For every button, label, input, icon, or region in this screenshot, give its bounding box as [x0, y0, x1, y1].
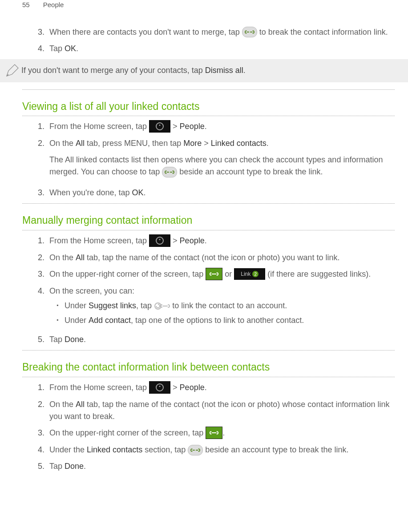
section-heading: Breaking the contact information link be…	[22, 359, 395, 375]
step-text: On the All tab, press MENU, then tap Mor…	[49, 137, 395, 182]
step-text: Tap Done.	[49, 334, 395, 346]
step-text: When you're done, tap OK.	[49, 187, 395, 199]
step-number: 3.	[38, 26, 49, 38]
bullet: ▪	[57, 300, 65, 312]
note-text: If you don't want to merge any of your c…	[21, 64, 395, 77]
divider	[22, 116, 395, 116]
step-number: 2.	[38, 252, 49, 264]
step-number: 5.	[38, 334, 49, 346]
step-text: On the All tab, tap the name of the cont…	[49, 252, 395, 264]
step-text: On the All tab, tap the name of the cont…	[49, 399, 395, 423]
step-text: From the Home screen, tap > People.	[49, 382, 395, 394]
apps-icon	[149, 120, 170, 133]
step-text: From the Home screen, tap > People.	[49, 121, 395, 133]
link-count-badge: 2	[252, 271, 259, 277]
bullet: ▪	[57, 314, 65, 326]
link-icon	[206, 427, 222, 439]
break-link-icon	[188, 445, 203, 455]
apps-icon	[149, 234, 170, 247]
step-text: Tap OK.	[49, 43, 395, 55]
step-number: 1.	[38, 121, 49, 133]
step-text: On the screen, you can: ▪ Under Suggest …	[49, 285, 395, 329]
section-heading: Viewing a list of all your linked contac…	[22, 99, 395, 114]
break-link-icon	[162, 167, 177, 177]
page-number: 55	[22, 0, 30, 10]
step-number: 1.	[38, 235, 49, 247]
section1-steps: 1. From the Home screen, tap > People. 2…	[38, 121, 395, 199]
section-name: People	[43, 0, 64, 10]
step-number: 2.	[38, 137, 49, 182]
step-text: Tap Done.	[49, 460, 395, 472]
step-number: 1.	[38, 382, 49, 394]
section2-steps: 1. From the Home screen, tap > People. 2…	[38, 235, 395, 346]
intro-steps: 3. When there are contacts you don't wan…	[38, 26, 395, 55]
step-number: 5.	[38, 460, 49, 472]
break-link-icon	[242, 27, 257, 37]
section3-steps: 1. From the Home screen, tap > People. 2…	[38, 382, 395, 473]
pencil-icon	[3, 64, 21, 78]
account-link-icon	[154, 302, 170, 310]
step-text: From the Home screen, tap > People.	[49, 235, 395, 247]
sub-list: ▪ Under Suggest links, tap	[49, 300, 395, 326]
step-number: 4.	[38, 43, 49, 55]
divider	[22, 89, 395, 90]
section-heading: Manually merging contact information	[22, 213, 395, 228]
step-number: 4.	[38, 444, 49, 456]
link-suggest-icon: Link 2	[234, 268, 265, 280]
step-text: Under the Linked contacts section, tap b…	[49, 444, 395, 456]
divider	[22, 350, 395, 351]
step-number: 3.	[38, 268, 49, 281]
step-number: 3.	[38, 427, 49, 439]
step-text: When there are contacts you don't want t…	[49, 26, 395, 38]
link-icon	[206, 268, 222, 280]
step-number: 3.	[38, 187, 49, 199]
divider	[22, 230, 395, 230]
step-number: 4.	[38, 285, 49, 329]
divider	[22, 203, 395, 204]
page-header: 55 People	[22, 0, 395, 10]
step-paragraph: The All linked contacts list then opens …	[49, 154, 395, 178]
note-box: If you don't want to merge any of your c…	[0, 59, 408, 82]
step-number: 2.	[38, 399, 49, 423]
divider	[22, 377, 395, 377]
step-text: On the upper-right corner of the screen,…	[49, 427, 395, 439]
apps-icon	[149, 381, 170, 394]
step-text: On the upper-right corner of the screen,…	[49, 268, 395, 281]
